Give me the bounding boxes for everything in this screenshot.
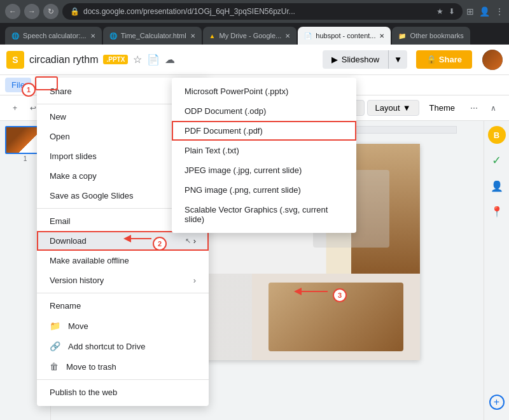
download-pdf[interactable]: PDF Document (.pdf) — [172, 121, 356, 141]
trash-icon: 🗑 — [50, 361, 59, 372]
file-menu-rename[interactable]: Rename — [37, 296, 209, 316]
file-menu-offline-label: Make available offline — [50, 256, 129, 265]
tab-speech-close[interactable]: ✕ — [90, 32, 95, 39]
download-submenu[interactable]: Microsoft PowerPoint (.pptx) ODP Documen… — [172, 78, 356, 233]
download-png-label: PNG image (.png, current slide) — [185, 185, 301, 195]
browser-actions: ⊞ 👤 ⋮ — [466, 6, 504, 17]
cloud-icon[interactable]: ☁ — [165, 53, 175, 66]
download-pdf-label: PDF Document (.pdf) — [185, 126, 263, 136]
sidebar-icon-location[interactable]: 📍 — [488, 202, 506, 220]
file-menu-offline[interactable]: Make available offline — [37, 251, 209, 270]
tab-drive-close[interactable]: ✕ — [285, 32, 290, 39]
file-menu-publish-label: Publish to the web — [50, 388, 117, 397]
file-menu-import-label: Import slides — [50, 151, 97, 161]
file-menu-download[interactable]: Download ↖ › — [37, 231, 209, 251]
download-pptx-label: Microsoft PowerPoint (.pptx) — [185, 87, 288, 96]
url-bar[interactable]: 🔒 docs.google.com/presentation/d/1OGj_6q… — [62, 3, 463, 20]
doc-icon[interactable]: 📄 — [147, 53, 160, 66]
download-pptx[interactable]: Microsoft PowerPoint (.pptx) — [172, 81, 356, 101]
file-menu-save-google-label: Save as Google Slides — [50, 191, 134, 200]
share-label: Share — [439, 55, 462, 64]
tab-speech-icon: 🌐 — [11, 32, 19, 39]
download-svg[interactable]: Scalable Vector Graphics (.svg, current … — [172, 200, 356, 229]
file-menu-publish[interactable]: Publish to the web — [37, 382, 209, 402]
tab-time[interactable]: 🌐 Time_Calculator.html ✕ — [103, 27, 202, 45]
slideshow-dropdown-btn[interactable]: ▼ — [388, 50, 407, 69]
tab-drive-title: My Drive - Google... — [219, 32, 281, 39]
file-menu-trash[interactable]: 🗑 Move to trash — [37, 356, 209, 377]
file-menu-move[interactable]: 📁 Move — [37, 316, 209, 336]
slideshow-label: Slideshow — [342, 55, 379, 64]
sidebar-icon-check[interactable]: ✓ — [488, 151, 506, 169]
app-logo: S — [6, 51, 24, 69]
sidebar-add-btn[interactable]: + — [489, 395, 505, 410]
tab-bookmarks-icon: 📁 — [398, 32, 406, 39]
tab-time-close[interactable]: ✕ — [190, 32, 195, 39]
tab-speech[interactable]: 🌐 Speech calculator:... ✕ — [5, 27, 102, 45]
toolbar-add-btn[interactable]: + — [8, 101, 22, 115]
download-png[interactable]: PNG image (.png, current slide) — [172, 180, 356, 200]
download-jpg-label: JPEG image (.jpg, current slide) — [185, 165, 302, 175]
file-menu-move-label: Move — [68, 321, 88, 331]
tab-speech-title: Speech calculator:... — [23, 32, 87, 39]
slideshow-button[interactable]: ▶ Slideshow — [323, 50, 388, 69]
back-btn[interactable]: ← — [5, 4, 20, 19]
menu-file[interactable]: File — [5, 78, 31, 92]
file-menu-shortcut-label: Add shortcut to Drive — [68, 342, 145, 351]
sidebar-icon-b[interactable]: B — [488, 126, 506, 144]
tab-hubspot-close[interactable]: ✕ — [379, 32, 384, 39]
download-svg-label: Scalable Vector Graphics (.svg, current … — [185, 205, 344, 224]
slide-bottom-img2 — [268, 283, 403, 352]
tabs-bar: 🌐 Speech calculator:... ✕ 🌐 Time_Calcula… — [0, 23, 509, 45]
title-icons: ☆ 📄 ☁ — [133, 53, 175, 66]
file-menu-sep3 — [37, 293, 209, 293]
file-menu-new-label: New — [50, 112, 66, 122]
file-menu-sep4 — [37, 379, 209, 380]
file-menu-share-label: Share — [50, 87, 72, 96]
tab-bookmarks-title: Other bookmarks — [410, 32, 463, 39]
download-odp[interactable]: ODP Document (.odp) — [172, 101, 356, 121]
sidebar-icon-user[interactable]: 👤 — [488, 177, 506, 195]
browser-chrome: ← → ↻ 🔒 docs.google.com/presentation/d/1… — [0, 0, 509, 23]
title-bar: S circadian rythm .PPTX ☆ 📄 ☁ ▶ Slidesho… — [0, 45, 509, 75]
reload-btn[interactable]: ↻ — [43, 4, 59, 19]
forward-btn[interactable]: → — [24, 4, 39, 19]
tab-hubspot[interactable]: 📄 hubspot - content... ✕ — [298, 27, 391, 45]
download-txt[interactable]: Plain Text (.txt) — [172, 141, 356, 160]
menu-file-label: File — [11, 80, 25, 90]
user-avatar[interactable] — [482, 50, 503, 70]
download-arrow: › — [193, 236, 196, 246]
layout-chevron-icon: ▼ — [403, 103, 411, 113]
file-menu-shortcut[interactable]: 🔗 Add shortcut to Drive — [37, 336, 209, 356]
file-menu-open-label: Open — [50, 132, 70, 141]
file-menu-version[interactable]: Version history › — [37, 270, 209, 290]
star-icon[interactable]: ☆ — [133, 53, 142, 66]
file-menu-rename-label: Rename — [50, 301, 81, 311]
tab-drive[interactable]: ▲ My Drive - Google... ✕ — [203, 27, 297, 45]
menu-icon[interactable]: ⋮ — [495, 6, 504, 17]
tab-drive-icon: ▲ — [209, 32, 216, 39]
folder-icon: 📁 — [50, 321, 60, 331]
more-options-btn[interactable]: ⋯ — [465, 101, 483, 115]
share-button[interactable]: 🔒 Share — [416, 50, 472, 69]
file-menu-download-label: Download — [50, 236, 87, 246]
pptx-badge: .PPTX — [103, 55, 128, 64]
right-sidebar: B ✓ 👤 📍 + — [484, 121, 509, 420]
collapse-btn[interactable]: ∧ — [485, 101, 501, 115]
extensions-icon[interactable]: ⊞ — [466, 6, 474, 17]
file-menu-email-label: Email — [50, 216, 71, 226]
file-menu-copy-label: Make a copy — [50, 171, 97, 181]
tab-hubspot-icon: 📄 — [304, 32, 312, 39]
file-menu-version-label: Version history — [50, 276, 104, 285]
theme-label: Theme — [429, 103, 455, 113]
tab-bookmarks[interactable]: 📁 Other bookmarks — [392, 27, 470, 45]
slide-bottom-right — [252, 274, 420, 360]
theme-button[interactable]: Theme — [422, 101, 463, 115]
profile-icon[interactable]: 👤 — [479, 6, 490, 17]
doc-title[interactable]: circadian rythm — [29, 54, 98, 66]
cursor-indicator: ↖ — [185, 237, 191, 245]
download-jpg[interactable]: JPEG image (.jpg, current slide) — [172, 160, 356, 180]
layout-button[interactable]: Layout ▼ — [367, 100, 419, 116]
url-text: docs.google.com/presentation/d/1OGj_6qH_… — [83, 7, 295, 16]
tab-time-title: Time_Calculator.html — [121, 32, 186, 39]
